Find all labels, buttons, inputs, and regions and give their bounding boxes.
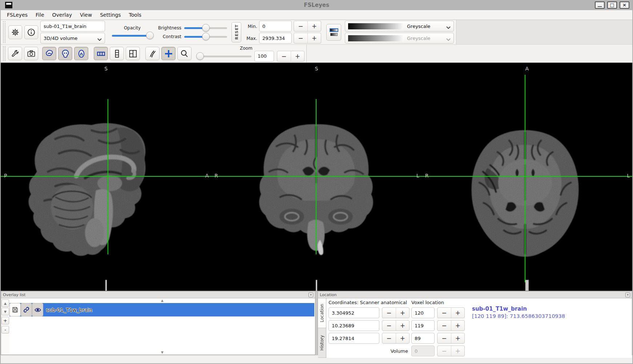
zoom-tool-button[interactable] <box>177 47 191 60</box>
min-value-field[interactable] <box>259 21 292 32</box>
toolbar-drag-handle[interactable] <box>3 21 5 43</box>
voxel-z-field[interactable] <box>411 333 435 344</box>
add-overlay-button[interactable]: + <box>1 317 9 324</box>
camera-icon <box>27 49 36 58</box>
orientation-label-posterior: P <box>4 172 7 179</box>
move-overlay-down-button[interactable]: ▼ <box>1 308 9 315</box>
menu-file[interactable]: File <box>32 11 48 19</box>
movie-mode-button[interactable] <box>145 47 160 60</box>
voxel-x-decrease-button[interactable]: − <box>438 308 451 318</box>
scroll-down-icon[interactable]: ▼ <box>161 351 164 354</box>
world-y-field[interactable] <box>328 320 379 331</box>
orientation-label-superior: S <box>315 65 318 72</box>
screenshot-button[interactable] <box>24 47 38 60</box>
world-x-increase-button[interactable]: + <box>396 308 410 318</box>
opacity-slider-thumb[interactable] <box>146 32 154 39</box>
horizontal-layout-button[interactable] <box>94 47 108 60</box>
brightness-slider[interactable] <box>184 24 227 32</box>
world-y-decrease-button[interactable]: − <box>382 320 396 331</box>
close-icon[interactable]: × <box>625 293 630 297</box>
overlay-list-titlebar: Overlay list × <box>1 291 315 298</box>
colormap-dropdown[interactable]: Greyscale <box>345 21 454 32</box>
overlay-settings-button[interactable] <box>8 25 22 39</box>
zoom-spin-buttons: − + <box>277 51 305 62</box>
world-z-increase-button[interactable]: + <box>396 333 410 343</box>
max-value-field[interactable] <box>259 33 292 44</box>
overlay-type-dropdown[interactable]: 3D/4D volume <box>40 33 105 44</box>
voxel-z-decrease-button[interactable]: − <box>438 333 451 343</box>
menu-overlay[interactable]: Overlay <box>48 11 76 19</box>
zoom-slider-thumb[interactable] <box>196 52 204 60</box>
orientation-label-left: L <box>627 172 630 179</box>
chevron-down-icon <box>446 37 451 40</box>
menu-view[interactable]: View <box>76 11 96 19</box>
voxel-z-spin: − + <box>437 333 465 344</box>
scroll-up-icon[interactable]: ▲ <box>161 299 164 302</box>
toolbar-filler <box>456 20 632 44</box>
contrast-slider-thumb[interactable] <box>202 33 210 40</box>
max-increase-button[interactable]: + <box>308 33 321 43</box>
toggle-coronal-button[interactable] <box>58 47 72 60</box>
vertical-layout-button[interactable] <box>110 47 124 60</box>
remove-overlay-button[interactable]: - <box>1 326 9 334</box>
zoom-slider[interactable] <box>197 53 251 60</box>
menu-settings[interactable]: Settings <box>96 11 125 19</box>
close-icon[interactable]: × <box>309 293 313 297</box>
toggle-sagittal-button[interactable] <box>42 47 56 60</box>
world-x-field[interactable] <box>328 307 379 318</box>
move-overlay-up-button[interactable]: ▲ <box>1 299 9 307</box>
axial-canvas[interactable]: A P R L <box>422 63 632 291</box>
opacity-slider[interactable] <box>112 32 153 39</box>
toolbar-drag-handle[interactable] <box>3 46 5 61</box>
world-x-decrease-button[interactable]: − <box>382 308 396 318</box>
zoom-decrease-button[interactable]: − <box>277 51 291 61</box>
menu-tools[interactable]: Tools <box>125 11 146 19</box>
tab-location[interactable]: Location <box>318 298 326 328</box>
orientation-label-inferior: I <box>316 280 317 291</box>
overlay-name-field[interactable] <box>40 21 105 32</box>
overlay-link-button[interactable] <box>21 303 32 316</box>
world-z-field[interactable] <box>328 333 379 344</box>
toolbar-filler <box>306 45 632 62</box>
voxel-x-field[interactable] <box>411 307 435 318</box>
negative-colormap-dropdown: Greyscale <box>345 33 454 44</box>
grid-layout-icon <box>128 49 138 58</box>
location-info: sub-01_T1w_brain [120 119 89]: 713.65863… <box>472 300 565 356</box>
reset-button[interactable]: RESET <box>231 22 241 42</box>
contrast-slider[interactable] <box>184 33 227 40</box>
min-decrease-button[interactable]: − <box>294 21 308 31</box>
overlay-display-toolbar: 3D/4D volume Opacity Brightness Contrast <box>1 20 632 45</box>
max-decrease-button[interactable]: − <box>294 33 308 43</box>
toggle-axial-button[interactable] <box>74 47 88 60</box>
zoom-increase-button[interactable]: + <box>291 51 305 61</box>
zoom-value-field[interactable] <box>254 51 274 62</box>
min-increase-button[interactable]: + <box>308 21 321 31</box>
world-y-increase-button[interactable]: + <box>396 320 410 331</box>
voxel-y-decrease-button[interactable]: − <box>438 320 451 331</box>
vertical-layout-icon <box>112 49 122 58</box>
zoom-label: Zoom <box>197 46 305 51</box>
brightness-slider-thumb[interactable] <box>202 24 210 32</box>
volume-increase-button: + <box>451 346 465 356</box>
sagittal-canvas[interactable]: S I P A <box>1 63 211 291</box>
greyscale-gradient-swatch <box>348 35 403 41</box>
orientation-label-anterior: A <box>205 172 209 179</box>
grid-layout-button[interactable] <box>126 47 140 60</box>
voxel-y-field[interactable] <box>411 320 435 331</box>
voxel-z-increase-button[interactable]: + <box>451 333 465 343</box>
overlay-list-item[interactable]: sub-01_T1w_brain <box>9 303 314 316</box>
coronal-canvas[interactable]: S I R L <box>211 63 422 291</box>
overlay-save-button[interactable] <box>9 303 21 316</box>
world-z-decrease-button[interactable]: − <box>382 333 396 343</box>
view-settings-button[interactable] <box>8 47 22 60</box>
negative-colormap-toggle-button[interactable] <box>326 24 341 41</box>
location-coordinates: Coordinates: Scanner anatomical Voxel lo… <box>328 300 464 356</box>
voxel-x-increase-button[interactable]: + <box>451 308 465 318</box>
toggle-cursor-button[interactable] <box>161 47 176 60</box>
tab-history[interactable]: History <box>318 328 326 358</box>
voxel-y-increase-button[interactable]: + <box>451 320 465 331</box>
overlay-info-button[interactable] <box>24 25 38 39</box>
wrench-icon <box>11 49 19 58</box>
menu-fsleyes[interactable]: FSLeyes <box>3 11 32 19</box>
overlay-visibility-button[interactable] <box>32 303 43 316</box>
